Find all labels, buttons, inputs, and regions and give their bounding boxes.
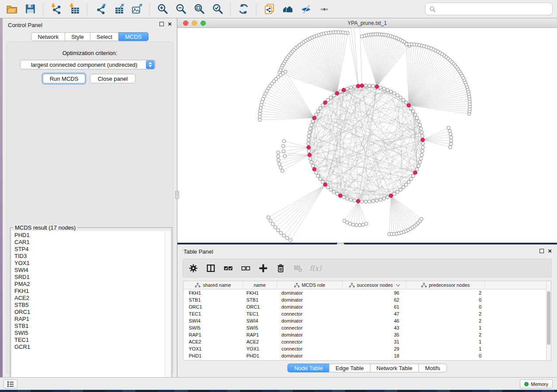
column-header-shared-name[interactable]: shared name <box>183 281 243 289</box>
cell-shared_name: SWI4 <box>183 318 243 323</box>
criterion-dropdown[interactable]: largest connected component (undirected) <box>20 60 156 69</box>
settings-button[interactable] <box>187 262 199 274</box>
mcds-result-item[interactable]: SRD1 <box>12 274 165 281</box>
network-window-titlebar[interactable]: YPA_prune.txt_1 <box>177 18 557 28</box>
zoom-fit-button[interactable] <box>190 2 208 17</box>
column-label: predecessor nodes <box>429 282 470 288</box>
mcds-result-item[interactable]: ACE2 <box>12 295 165 302</box>
add-column-button[interactable] <box>257 262 269 274</box>
close-panel-button[interactable]: Close panel <box>90 74 135 83</box>
export-network-button[interactable] <box>91 2 109 17</box>
import-table-button[interactable] <box>65 2 83 17</box>
cell-name: PHD1 <box>243 353 277 358</box>
mcds-result-item[interactable]: RAP1 <box>12 316 165 323</box>
column-header-successor-nodes[interactable]: successor nodes <box>343 281 406 289</box>
mcds-result-item[interactable]: TID3 <box>12 253 165 260</box>
search-input[interactable] <box>438 4 552 14</box>
mcds-list-scrollbar[interactable] <box>165 231 170 388</box>
select-all-button[interactable] <box>222 262 234 274</box>
tab-select[interactable]: Select <box>90 32 119 41</box>
mcds-result-item[interactable]: YOX1 <box>12 260 165 267</box>
table-row-RAP1[interactable]: RAP1RAP1dominator352 <box>183 331 546 338</box>
table-row-ACE2[interactable]: ACE2ACE2connector311 <box>183 338 546 345</box>
mcds-result-item[interactable]: GCR1 <box>12 344 165 351</box>
mcds-result-item[interactable]: SWI4 <box>12 267 165 274</box>
cell-mcds_role: connector <box>277 339 343 344</box>
first-neighbors-button[interactable] <box>278 2 297 17</box>
table-tab-edge-table[interactable]: Edge Table <box>329 364 370 372</box>
delete-column-button[interactable] <box>275 262 286 274</box>
mcds-result-item[interactable]: STB5 <box>12 302 165 309</box>
toggle-columns-button[interactable] <box>205 262 216 274</box>
show-all-button[interactable] <box>315 2 333 17</box>
column-header-predecessor-nodes[interactable]: predecessor nodes <box>406 281 485 289</box>
export-table-icon <box>113 3 125 15</box>
mcds-result-item[interactable]: TEC1 <box>12 337 165 344</box>
mcds-result-item[interactable]: CAR1 <box>12 239 165 246</box>
mcds-result-item[interactable]: PMA2 <box>12 281 165 288</box>
table-scrollbar[interactable] <box>546 281 551 360</box>
table-tab-motifs[interactable]: Motifs <box>419 364 447 372</box>
sort-chevron-icon[interactable] <box>396 282 400 286</box>
table-row-STB1[interactable]: STB1STB1dominator620 <box>183 296 546 303</box>
zoom-selected-button[interactable] <box>208 2 227 17</box>
tab-style[interactable]: Style <box>65 32 90 41</box>
mcds-result-item[interactable]: SWI5 <box>12 330 165 337</box>
mcds-result-item[interactable]: FKH1 <box>12 288 165 295</box>
show-all-icon <box>318 3 330 15</box>
network-canvas[interactable] <box>177 28 557 243</box>
close-table-panel-icon[interactable]: × <box>548 249 552 253</box>
cell-predecessor_nodes: 2 <box>406 332 485 337</box>
table-scrollbar-thumb[interactable] <box>547 291 550 345</box>
zoom-in-button[interactable] <box>153 2 172 17</box>
float-panel-icon[interactable] <box>159 22 164 26</box>
table-tab-node-table[interactable]: Node Table <box>287 364 329 372</box>
mcds-result-item[interactable]: STP4 <box>12 246 165 253</box>
cell-predecessor_nodes: 0 <box>406 353 485 358</box>
column-header-name[interactable]: name <box>243 281 277 289</box>
delete-column-icon <box>276 264 285 273</box>
zoom-selected-icon <box>212 3 224 15</box>
cell-successor_nodes: 18 <box>343 353 406 358</box>
mcds-result-item[interactable]: STB1 <box>12 323 165 330</box>
function-builder-icon: f(x) <box>309 264 321 272</box>
table-tab-network-table[interactable]: Network Table <box>370 364 419 372</box>
deselect-all-button[interactable] <box>240 262 251 274</box>
mcds-result-item[interactable]: ORC1 <box>12 309 165 316</box>
column-header-MCDS-role[interactable]: MCDS role <box>277 281 343 289</box>
open-file-button[interactable] <box>3 2 21 17</box>
float-table-panel-icon[interactable] <box>540 249 544 253</box>
task-history-button[interactable] <box>3 379 17 389</box>
column-tree-icon <box>349 283 355 288</box>
table-toolbar: f(x) <box>183 259 552 277</box>
vertical-splitter-handle[interactable] <box>175 191 179 199</box>
new-network-from-selection-button[interactable] <box>260 2 278 17</box>
cell-mcds_role: dominator <box>277 304 343 309</box>
zoom-out-button[interactable] <box>172 2 190 17</box>
tab-network[interactable]: Network <box>31 32 65 41</box>
table-row-YOX1[interactable]: YOX1YOX1connector291 <box>183 345 546 352</box>
mcds-result-item[interactable]: PHD1 <box>12 232 165 239</box>
export-table-button[interactable] <box>109 2 128 17</box>
table-row-PHD1[interactable]: PHD1PHD1dominator180 <box>183 352 546 359</box>
tab-mcds[interactable]: MCDS <box>118 32 148 41</box>
close-panel-icon[interactable]: × <box>168 22 172 26</box>
save-session-button[interactable] <box>21 2 39 17</box>
run-mcds-button[interactable]: Run MCDS <box>43 74 85 83</box>
memory-button[interactable]: Memory <box>520 379 553 389</box>
export-image-button[interactable] <box>128 2 146 17</box>
table-row-FKH1[interactable]: FKH1FKH1dominator962 <box>183 289 546 296</box>
hide-selected-button[interactable] <box>297 2 315 17</box>
table-row-ORC1[interactable]: ORC1ORC1dominator610 <box>183 303 546 310</box>
table-panel-title: Table Panel <box>183 248 213 255</box>
refresh-button[interactable] <box>234 2 253 17</box>
toolbar-separator <box>256 3 256 15</box>
table-row-TEC1[interactable]: TEC1TEC1connector472 <box>183 310 546 317</box>
search-box[interactable] <box>425 3 553 15</box>
cell-shared_name: PHD1 <box>183 353 243 358</box>
criterion-value: largest connected component (undirected) <box>21 62 146 68</box>
table-row-SWI4[interactable]: SWI4SWI4dominator462 <box>183 317 546 324</box>
import-network-button[interactable] <box>47 2 65 17</box>
table-header-row: shared namenameMCDS rolesuccessor nodesp… <box>183 281 546 289</box>
table-row-SWI5[interactable]: SWI5SWI5connector431 <box>183 324 546 331</box>
